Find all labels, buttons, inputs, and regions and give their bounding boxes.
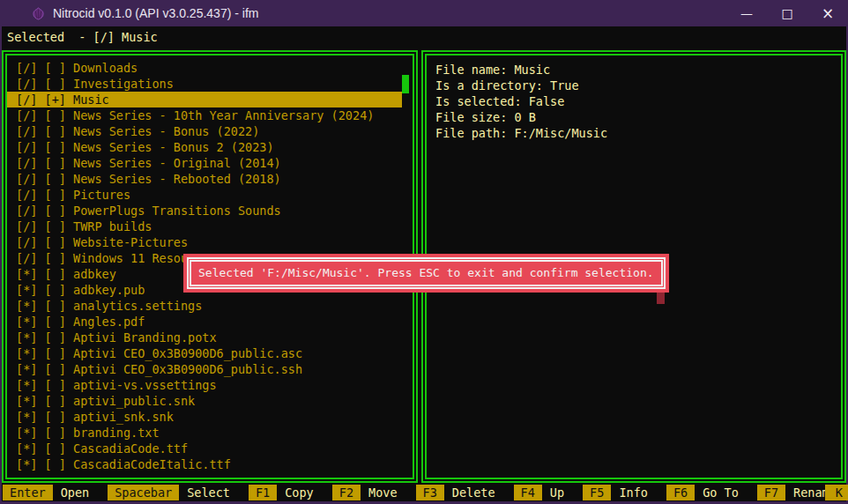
keybinding-delete[interactable]: F3Delete bbox=[416, 485, 495, 500]
list-item[interactable]: [/] [ ] News Series - Original (2014) bbox=[7, 155, 402, 171]
keybinding-action: Copy bbox=[285, 485, 314, 500]
file-info-line: Is a directory: True bbox=[435, 78, 841, 93]
list-item[interactable]: [*] [ ] Aptivi Branding.potx bbox=[7, 330, 402, 345]
keybinding-action: Delete bbox=[452, 485, 495, 500]
list-item[interactable]: [/] [ ] Pictures bbox=[7, 187, 402, 203]
list-item[interactable]: [/] [ ] Investigations bbox=[7, 76, 402, 92]
keybinding-up[interactable]: F4Up bbox=[514, 485, 565, 500]
keybinding-key: F2 bbox=[332, 485, 361, 500]
keybindings-overflow-key[interactable]: K bbox=[825, 485, 848, 500]
list-item[interactable]: [*] [ ] Angles.pdf bbox=[7, 314, 402, 330]
keybinding-open[interactable]: EnterOpen bbox=[3, 485, 89, 500]
keybinding-action: Open bbox=[61, 485, 90, 500]
keybinding-action: Move bbox=[368, 485, 398, 500]
keybinding-info[interactable]: F5Info bbox=[583, 485, 648, 500]
list-item[interactable]: [/] [ ] News Series - 10th Year Annivers… bbox=[7, 107, 402, 123]
keybinding-key: F4 bbox=[514, 485, 542, 500]
keybinding-key: F7 bbox=[757, 485, 785, 500]
keybinding-key: F1 bbox=[249, 485, 277, 500]
file-info-line: Is selected: False bbox=[435, 93, 841, 109]
list-item[interactable]: [/] [ ] Downloads bbox=[7, 60, 402, 76]
selection-dialog: Selected 'F:/Misc/Music'. Press ESC to e… bbox=[183, 254, 669, 293]
keybinding-go-to[interactable]: F6Go To bbox=[666, 485, 739, 500]
file-info: File name: MusicIs a directory: TrueIs s… bbox=[427, 56, 841, 141]
minimize-button[interactable]: — bbox=[726, 0, 767, 26]
keybinding-action: Select bbox=[187, 485, 230, 500]
window-controls: — □ × bbox=[726, 0, 848, 26]
keybinding-copy[interactable]: F1Copy bbox=[249, 485, 314, 500]
keybinding-select[interactable]: SpacebarSelect bbox=[108, 485, 230, 500]
nitrocid-app-icon bbox=[32, 7, 45, 20]
list-item[interactable]: [/] [ ] PowerPlugs Transitions Sounds bbox=[7, 203, 402, 219]
list-item[interactable]: [/] [+] Music bbox=[7, 92, 402, 107]
keybinding-action: Up bbox=[550, 485, 564, 500]
list-item[interactable]: [/] [ ] News Series - Rebooted (2018) bbox=[7, 171, 402, 187]
maximize-button[interactable]: □ bbox=[767, 0, 807, 26]
list-item[interactable]: [*] [ ] aptivi_public.snk bbox=[7, 393, 402, 409]
list-item[interactable]: [*] [ ] CascadiaCode.ttf bbox=[7, 441, 402, 456]
title-bar: Nitrocid v0.1.0 (API v3.0.25.437) - ifm … bbox=[0, 0, 848, 26]
list-item[interactable]: [*] [ ] aptivi_snk.snk bbox=[7, 409, 402, 425]
keybinding-bar: EnterOpenSpacebarSelectF1CopyF2MoveF3Del… bbox=[2, 485, 846, 500]
list-item[interactable]: [*] [ ] aptivi-vs.vssettings bbox=[7, 377, 402, 393]
list-item[interactable]: [*] [ ] Aptivi CEO_0x3B0900D6_public.asc bbox=[7, 345, 402, 361]
keybinding-action: Go To bbox=[703, 485, 739, 500]
keybinding-key: Enter bbox=[3, 485, 53, 500]
terminal-window: Selected - [/] Music [/] [ ] Downloads[/… bbox=[0, 26, 848, 504]
keybinding-key: F5 bbox=[583, 485, 611, 500]
list-item[interactable]: [/] [ ] News Series - Bonus (2022) bbox=[7, 123, 402, 139]
close-button[interactable]: × bbox=[807, 0, 848, 26]
file-info-line: File path: F:/Misc/Music bbox=[435, 125, 841, 141]
list-item[interactable]: [*] [ ] CascadiaCodeItalic.ttf bbox=[7, 456, 402, 472]
keybinding-key: F3 bbox=[416, 485, 444, 500]
list-item[interactable]: [*] [ ] branding.txt bbox=[7, 425, 402, 441]
file-info-line: File size: 0 B bbox=[435, 109, 841, 125]
keybinding-key: Spacebar bbox=[108, 485, 179, 500]
keybinding-move[interactable]: F2Move bbox=[332, 485, 398, 500]
list-item[interactable]: [/] [ ] Website-Pictures bbox=[7, 234, 402, 250]
selection-status: Selected - [/] Music bbox=[7, 29, 158, 45]
list-item[interactable]: [*] [ ] analytics.settings bbox=[7, 298, 402, 314]
keybinding-action: Info bbox=[619, 485, 648, 500]
list-item[interactable]: [/] [ ] News Series - Bonus 2 (2023) bbox=[7, 139, 402, 155]
list-item[interactable]: [/] [ ] TWRP builds bbox=[7, 219, 402, 234]
keybinding-key: F6 bbox=[666, 485, 695, 500]
file-info-line: File name: Music bbox=[435, 62, 841, 78]
scrollbar-thumb[interactable] bbox=[402, 75, 409, 93]
dialog-message: Selected 'F:/Misc/Music'. Press ESC to e… bbox=[187, 257, 666, 289]
list-item[interactable]: [*] [ ] Aptivi CEO_0x3B0900D6_public.ssh bbox=[7, 361, 402, 377]
window-title: Nitrocid v0.1.0 (API v3.0.25.437) - ifm bbox=[53, 6, 258, 20]
